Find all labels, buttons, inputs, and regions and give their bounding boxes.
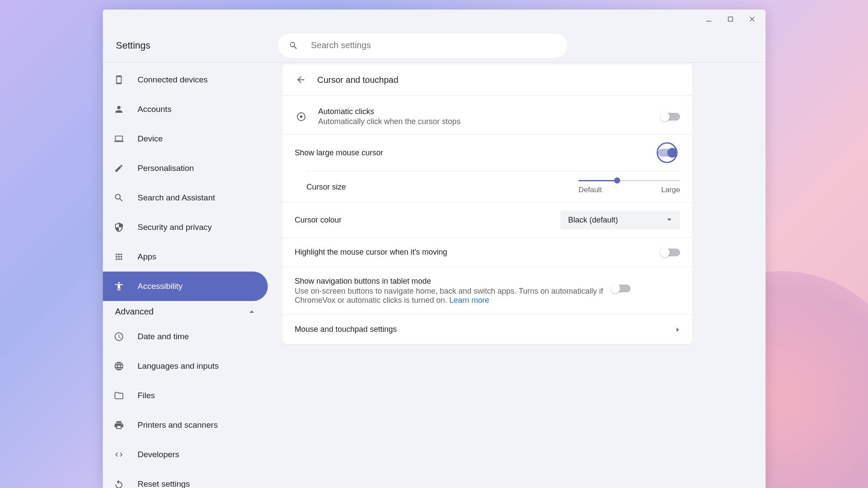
slider-max-label: Large	[661, 186, 680, 194]
sidebar-item-accounts[interactable]: Accounts	[103, 95, 268, 124]
slider-label: Cursor size	[306, 183, 346, 192]
row-text: Highlight the mouse cursor when it's mov…	[295, 248, 661, 257]
nav-label: Languages and inputs	[138, 361, 219, 371]
target-icon	[295, 111, 308, 122]
row-title: Automatic clicks	[318, 107, 661, 116]
pencil-icon	[112, 162, 125, 175]
svg-rect-0	[706, 21, 711, 22]
sidebar-section-advanced[interactable]: Advanced	[103, 301, 283, 322]
nav-label: Search and Assistant	[138, 193, 215, 203]
search-icon	[289, 41, 298, 50]
sidebar-item-device[interactable]: Device	[103, 124, 268, 154]
row-title: Mouse and touchpad settings	[295, 325, 676, 334]
settings-card: Cursor and touchpad Automatic clicks Aut…	[283, 64, 692, 344]
folder-icon	[112, 389, 125, 402]
nav-label: Printers and scanners	[138, 420, 218, 430]
sidebar: Connected devices Accounts Device Person…	[103, 62, 283, 488]
reset-icon	[112, 478, 125, 488]
svg-point-3	[300, 115, 302, 118]
row-highlight-cursor: Highlight the mouse cursor when it's mov…	[283, 237, 692, 267]
window-titlebar	[103, 10, 766, 29]
nav-label: Reset settings	[138, 479, 190, 488]
row-mouse-touchpad-settings[interactable]: Mouse and touchpad settings	[283, 314, 692, 344]
row-automatic-clicks: Automatic clicks Automatically click whe…	[283, 95, 692, 134]
row-nav-buttons: Show navigation buttons in tablet mode U…	[283, 267, 692, 314]
row-title: Highlight the mouse cursor when it's mov…	[295, 248, 661, 257]
learn-more-link[interactable]: Learn more	[449, 296, 489, 305]
row-text: Show navigation buttons in tablet mode U…	[295, 277, 612, 305]
sidebar-item-date-time[interactable]: Date and time	[103, 322, 268, 351]
sidebar-item-languages[interactable]: Languages and inputs	[103, 351, 268, 381]
sidebar-item-developers[interactable]: Developers	[103, 440, 268, 469]
nav-label: Accounts	[138, 105, 171, 114]
back-button[interactable]	[295, 74, 307, 86]
sidebar-item-reset[interactable]: Reset settings	[103, 469, 268, 488]
row-cursor-colour: Cursor colour Black (default)	[283, 202, 692, 237]
globe-icon	[112, 360, 125, 373]
minimize-button[interactable]	[699, 10, 719, 29]
search-input[interactable]	[311, 40, 557, 50]
row-text: Show large mouse cursor	[295, 148, 657, 157]
chevron-up-icon	[249, 309, 255, 314]
nav-buttons-toggle[interactable]	[612, 285, 631, 292]
close-button[interactable]	[742, 10, 762, 29]
settings-window: Settings Connected devices Accounts Devi…	[103, 10, 766, 488]
row-large-cursor: Show large mouse cursor	[283, 134, 692, 171]
nav-label: Security and privacy	[138, 223, 212, 232]
person-icon	[112, 103, 125, 116]
row-title: Cursor colour	[295, 216, 560, 225]
row-subtitle: Automatically click when the cursor stop…	[318, 117, 661, 126]
clock-icon	[112, 330, 125, 343]
sidebar-item-apps[interactable]: Apps	[103, 242, 268, 272]
row-cursor-size: Cursor size Default Large	[306, 171, 680, 202]
sidebar-item-files[interactable]: Files	[103, 381, 268, 410]
nav-label: Apps	[138, 252, 156, 262]
row-title: Show large mouse cursor	[295, 148, 657, 157]
apps-grid-icon	[112, 250, 125, 263]
nav-label: Date and time	[138, 332, 189, 341]
app-title: Settings	[116, 40, 151, 51]
sidebar-item-search-assistant[interactable]: Search and Assistant	[103, 183, 268, 213]
code-icon	[112, 448, 125, 461]
large-cursor-toggle[interactable]	[657, 142, 677, 163]
nav-label: Files	[138, 391, 155, 400]
row-title: Show navigation buttons in tablet mode	[295, 277, 612, 286]
row-text: Mouse and touchpad settings	[295, 325, 676, 334]
slider-min-label: Default	[579, 186, 602, 194]
card-header: Cursor and touchpad	[283, 64, 692, 95]
sidebar-item-personalisation[interactable]: Personalisation	[103, 154, 268, 183]
chevron-right-icon	[676, 327, 680, 333]
cursor-size-slider[interactable]: Default Large	[579, 180, 680, 194]
body: Connected devices Accounts Device Person…	[103, 62, 766, 488]
nav-label: Accessibility	[138, 282, 182, 291]
maximize-button[interactable]	[720, 10, 740, 29]
header: Settings	[103, 29, 766, 62]
svg-rect-1	[728, 17, 733, 21]
nav-label: Connected devices	[138, 75, 208, 85]
shield-icon	[112, 221, 125, 234]
chevron-down-icon	[666, 217, 672, 223]
nav-label: Personalisation	[138, 164, 194, 173]
sidebar-item-accessibility[interactable]: Accessibility	[103, 272, 268, 301]
cursor-colour-dropdown[interactable]: Black (default)	[560, 210, 680, 229]
row-text: Automatic clicks Automatically click whe…	[318, 107, 661, 126]
sidebar-item-security-privacy[interactable]: Security and privacy	[103, 213, 268, 242]
accessibility-icon	[112, 280, 125, 293]
search-icon	[112, 191, 125, 204]
dropdown-value: Black (default)	[568, 216, 618, 225]
page-title: Cursor and touchpad	[317, 75, 398, 85]
smartphone-icon	[112, 73, 125, 86]
sidebar-item-connected-devices[interactable]: Connected devices	[103, 65, 268, 95]
printer-icon	[112, 419, 125, 432]
nav-label: Developers	[138, 450, 179, 459]
nav-label: Device	[138, 134, 163, 144]
content-area: Cursor and touchpad Automatic clicks Aut…	[283, 62, 766, 488]
highlight-cursor-toggle[interactable]	[661, 249, 680, 256]
row-subtitle: Use on-screen buttons to navigate home, …	[295, 287, 612, 305]
row-text: Cursor colour	[295, 216, 560, 225]
sidebar-item-printers[interactable]: Printers and scanners	[103, 410, 268, 440]
laptop-icon	[112, 132, 125, 145]
search-box[interactable]	[278, 33, 567, 58]
automatic-clicks-toggle[interactable]	[661, 113, 680, 121]
section-label: Advanced	[115, 307, 154, 317]
